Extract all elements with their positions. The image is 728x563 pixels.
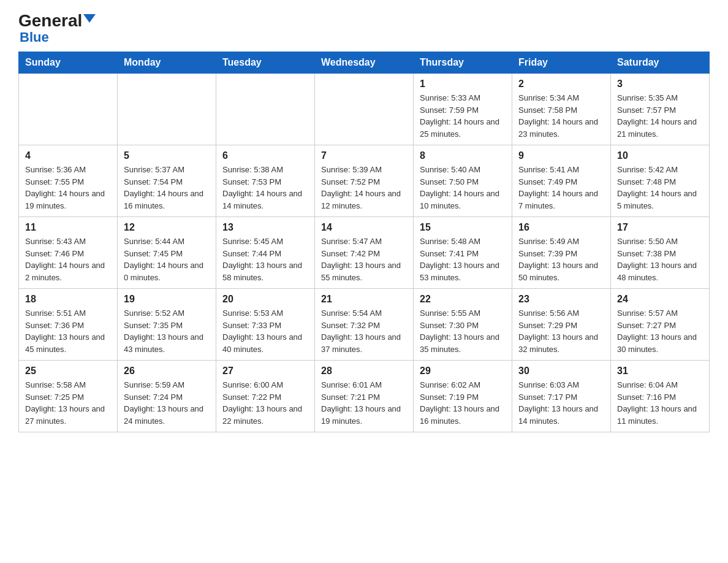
logo-blue: Blue: [20, 29, 49, 45]
logo: General Blue: [18, 12, 96, 45]
day-number: 6: [222, 150, 308, 161]
day-info: Sunrise: 6:02 AM Sunset: 7:19 PM Dayligh…: [420, 379, 506, 427]
day-number: 19: [124, 294, 210, 305]
day-info: Sunrise: 5:49 AM Sunset: 7:39 PM Dayligh…: [518, 236, 604, 283]
day-info: Sunrise: 5:34 AM Sunset: 7:58 PM Dayligh…: [518, 92, 604, 140]
calendar-cell: 25Sunrise: 5:58 AM Sunset: 7:25 PM Dayli…: [19, 361, 118, 432]
calendar-cell: 22Sunrise: 5:55 AM Sunset: 7:30 PM Dayli…: [414, 289, 512, 361]
calendar-cell: 4Sunrise: 5:36 AM Sunset: 7:55 PM Daylig…: [19, 145, 118, 217]
calendar-cell: 31Sunrise: 6:04 AM Sunset: 7:16 PM Dayli…: [611, 361, 710, 432]
day-number: 2: [518, 79, 604, 90]
calendar-week-4: 18Sunrise: 5:51 AM Sunset: 7:36 PM Dayli…: [19, 289, 710, 361]
day-info: Sunrise: 6:01 AM Sunset: 7:21 PM Dayligh…: [321, 379, 407, 427]
calendar-header-row: SundayMondayTuesdayWednesdayThursdayFrid…: [19, 52, 710, 74]
calendar-cell: 19Sunrise: 5:52 AM Sunset: 7:35 PM Dayli…: [118, 289, 216, 361]
day-number: 15: [420, 222, 506, 233]
calendar-cell: 14Sunrise: 5:47 AM Sunset: 7:42 PM Dayli…: [315, 217, 414, 289]
day-number: 13: [222, 222, 308, 233]
day-info: Sunrise: 5:33 AM Sunset: 7:59 PM Dayligh…: [420, 92, 506, 140]
calendar-week-5: 25Sunrise: 5:58 AM Sunset: 7:25 PM Dayli…: [19, 361, 710, 432]
calendar-cell: 24Sunrise: 5:57 AM Sunset: 7:27 PM Dayli…: [611, 289, 710, 361]
calendar-cell: 8Sunrise: 5:40 AM Sunset: 7:50 PM Daylig…: [414, 145, 512, 217]
calendar-cell: 27Sunrise: 6:00 AM Sunset: 7:22 PM Dayli…: [216, 361, 315, 432]
day-info: Sunrise: 5:43 AM Sunset: 7:46 PM Dayligh…: [25, 236, 111, 283]
day-info: Sunrise: 5:55 AM Sunset: 7:30 PM Dayligh…: [420, 307, 506, 355]
day-number: 11: [25, 222, 111, 233]
day-number: 30: [518, 366, 604, 377]
day-number: 1: [420, 79, 506, 90]
calendar-cell: 11Sunrise: 5:43 AM Sunset: 7:46 PM Dayli…: [19, 217, 118, 289]
day-info: Sunrise: 5:35 AM Sunset: 7:57 PM Dayligh…: [617, 92, 703, 140]
calendar-cell: 1Sunrise: 5:33 AM Sunset: 7:59 PM Daylig…: [414, 74, 512, 145]
day-number: 25: [25, 366, 111, 377]
calendar-cell: [19, 74, 118, 145]
day-info: Sunrise: 5:45 AM Sunset: 7:44 PM Dayligh…: [222, 236, 308, 283]
calendar-cell: 23Sunrise: 5:56 AM Sunset: 7:29 PM Dayli…: [512, 289, 611, 361]
day-number: 4: [25, 150, 111, 161]
day-info: Sunrise: 5:39 AM Sunset: 7:52 PM Dayligh…: [321, 164, 407, 212]
calendar-cell: 17Sunrise: 5:50 AM Sunset: 7:38 PM Dayli…: [611, 217, 710, 289]
day-info: Sunrise: 5:36 AM Sunset: 7:55 PM Dayligh…: [25, 164, 111, 212]
day-number: 18: [25, 294, 111, 305]
calendar-week-2: 4Sunrise: 5:36 AM Sunset: 7:55 PM Daylig…: [19, 145, 710, 217]
day-info: Sunrise: 5:37 AM Sunset: 7:54 PM Dayligh…: [124, 164, 210, 212]
calendar-cell: 10Sunrise: 5:42 AM Sunset: 7:48 PM Dayli…: [611, 145, 710, 217]
day-number: 17: [617, 222, 703, 233]
day-info: Sunrise: 5:38 AM Sunset: 7:53 PM Dayligh…: [222, 164, 308, 212]
day-number: 31: [617, 366, 703, 377]
day-info: Sunrise: 5:52 AM Sunset: 7:35 PM Dayligh…: [124, 307, 210, 355]
day-info: Sunrise: 5:59 AM Sunset: 7:24 PM Dayligh…: [124, 379, 210, 427]
calendar-cell: 29Sunrise: 6:02 AM Sunset: 7:19 PM Dayli…: [414, 361, 512, 432]
day-info: Sunrise: 5:54 AM Sunset: 7:32 PM Dayligh…: [321, 307, 407, 355]
day-number: 22: [420, 294, 506, 305]
calendar-header-saturday: Saturday: [611, 52, 710, 74]
calendar-cell: 30Sunrise: 6:03 AM Sunset: 7:17 PM Dayli…: [512, 361, 611, 432]
calendar-cell: [315, 74, 414, 145]
calendar-cell: 12Sunrise: 5:44 AM Sunset: 7:45 PM Dayli…: [118, 217, 216, 289]
day-number: 26: [124, 366, 210, 377]
calendar-header-monday: Monday: [118, 52, 216, 74]
calendar-cell: 9Sunrise: 5:41 AM Sunset: 7:49 PM Daylig…: [512, 145, 611, 217]
logo-triangle-icon: [83, 14, 96, 23]
day-info: Sunrise: 6:03 AM Sunset: 7:17 PM Dayligh…: [518, 379, 604, 427]
logo-general: General: [18, 12, 82, 29]
day-info: Sunrise: 5:57 AM Sunset: 7:27 PM Dayligh…: [617, 307, 703, 355]
day-info: Sunrise: 5:56 AM Sunset: 7:29 PM Dayligh…: [518, 307, 604, 355]
calendar-cell: 28Sunrise: 6:01 AM Sunset: 7:21 PM Dayli…: [315, 361, 414, 432]
day-number: 20: [222, 294, 308, 305]
day-number: 9: [518, 150, 604, 161]
day-number: 8: [420, 150, 506, 161]
day-info: Sunrise: 5:51 AM Sunset: 7:36 PM Dayligh…: [25, 307, 111, 355]
calendar-cell: [216, 74, 315, 145]
day-info: Sunrise: 6:04 AM Sunset: 7:16 PM Dayligh…: [617, 379, 703, 427]
calendar-header-friday: Friday: [512, 52, 611, 74]
day-info: Sunrise: 5:40 AM Sunset: 7:50 PM Dayligh…: [420, 164, 506, 212]
day-number: 28: [321, 366, 407, 377]
calendar-header-wednesday: Wednesday: [315, 52, 414, 74]
day-number: 29: [420, 366, 506, 377]
calendar-header-sunday: Sunday: [19, 52, 118, 74]
day-number: 12: [124, 222, 210, 233]
calendar-week-3: 11Sunrise: 5:43 AM Sunset: 7:46 PM Dayli…: [19, 217, 710, 289]
day-number: 10: [617, 150, 703, 161]
calendar-cell: 26Sunrise: 5:59 AM Sunset: 7:24 PM Dayli…: [118, 361, 216, 432]
day-info: Sunrise: 5:58 AM Sunset: 7:25 PM Dayligh…: [25, 379, 111, 427]
day-number: 24: [617, 294, 703, 305]
day-info: Sunrise: 5:44 AM Sunset: 7:45 PM Dayligh…: [124, 236, 210, 283]
calendar-cell: 21Sunrise: 5:54 AM Sunset: 7:32 PM Dayli…: [315, 289, 414, 361]
day-info: Sunrise: 5:50 AM Sunset: 7:38 PM Dayligh…: [617, 236, 703, 283]
day-info: Sunrise: 5:41 AM Sunset: 7:49 PM Dayligh…: [518, 164, 604, 212]
calendar-cell: 5Sunrise: 5:37 AM Sunset: 7:54 PM Daylig…: [118, 145, 216, 217]
calendar-header-tuesday: Tuesday: [216, 52, 315, 74]
calendar-cell: 7Sunrise: 5:39 AM Sunset: 7:52 PM Daylig…: [315, 145, 414, 217]
header: General Blue: [18, 12, 710, 45]
day-info: Sunrise: 5:42 AM Sunset: 7:48 PM Dayligh…: [617, 164, 703, 212]
calendar-cell: 20Sunrise: 5:53 AM Sunset: 7:33 PM Dayli…: [216, 289, 315, 361]
day-number: 27: [222, 366, 308, 377]
day-info: Sunrise: 5:48 AM Sunset: 7:41 PM Dayligh…: [420, 236, 506, 283]
calendar-cell: 15Sunrise: 5:48 AM Sunset: 7:41 PM Dayli…: [414, 217, 512, 289]
day-info: Sunrise: 5:47 AM Sunset: 7:42 PM Dayligh…: [321, 236, 407, 283]
day-number: 23: [518, 294, 604, 305]
calendar-header-thursday: Thursday: [414, 52, 512, 74]
calendar-cell: 6Sunrise: 5:38 AM Sunset: 7:53 PM Daylig…: [216, 145, 315, 217]
